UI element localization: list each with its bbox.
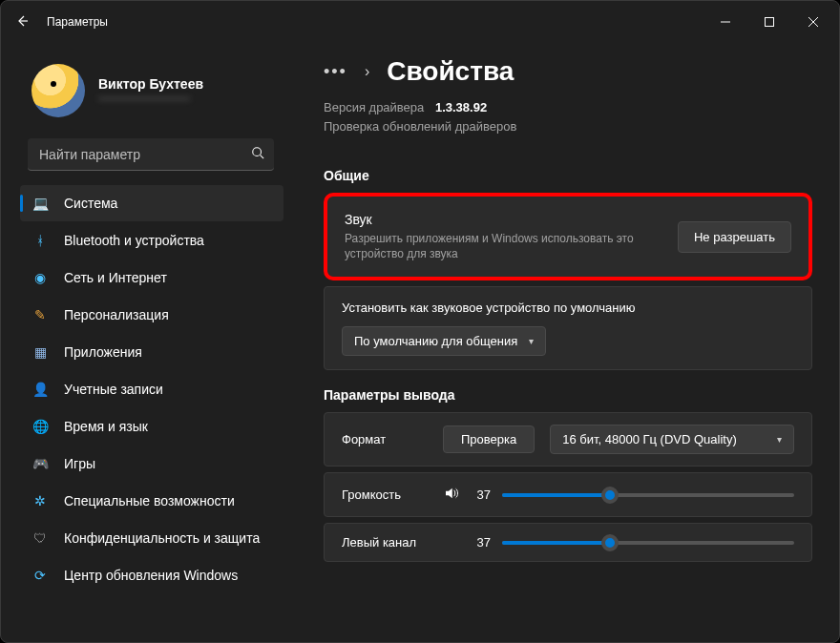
sidebar-item-accounts[interactable]: 👤Учетные записи <box>20 371 284 407</box>
sound-permission-card: Звук Разрешить приложениям и Windows исп… <box>324 193 812 280</box>
profile-block[interactable]: Виктор Бухтеев ———————— <box>7 54 291 135</box>
system-icon: 💻 <box>32 195 49 212</box>
maximize-button[interactable] <box>747 7 791 37</box>
sidebar-item-label: Специальные возможности <box>64 493 235 508</box>
format-select[interactable]: 16 бит, 48000 Гц (DVD Quality) ▾ <box>550 425 794 454</box>
test-button[interactable]: Проверка <box>443 425 535 453</box>
sound-subtitle: Разрешить приложениям и Windows использо… <box>345 231 659 261</box>
accessibility-icon: ✲ <box>32 492 49 509</box>
section-output: Параметры вывода <box>324 387 812 403</box>
sidebar-item-label: Сеть и Интернет <box>64 270 167 285</box>
driver-update-link[interactable]: Проверка обновлений драйверов <box>324 119 516 134</box>
deny-button[interactable]: Не разрешать <box>678 221 791 253</box>
driver-version-value: 1.3.38.92 <box>435 100 487 114</box>
sidebar-item-apps[interactable]: ▦Приложения <box>20 334 284 370</box>
sidebar-item-label: Центр обновления Windows <box>64 568 238 583</box>
sidebar-item-privacy[interactable]: 🛡Конфиденциальность и защита <box>20 520 284 556</box>
sidebar-item-label: Система <box>64 196 117 211</box>
minimize-button[interactable] <box>704 7 747 37</box>
sidebar-item-label: Конфиденциальность и защита <box>64 530 260 546</box>
default-device-select[interactable]: По умолчанию для общения ▾ <box>342 326 546 356</box>
chevron-down-icon: ▾ <box>777 434 782 445</box>
format-row: Формат Проверка 16 бит, 48000 Гц (DVD Qu… <box>324 412 812 467</box>
volume-slider[interactable] <box>502 493 794 497</box>
svg-rect-1 <box>766 18 774 27</box>
svg-point-4 <box>253 148 262 156</box>
sidebar-item-accessibility[interactable]: ✲Специальные возможности <box>20 483 284 519</box>
left-channel-slider[interactable] <box>502 541 794 545</box>
left-channel-label: Левый канал <box>342 535 428 550</box>
time-icon: 🌐 <box>32 418 49 435</box>
page-title: Свойства <box>387 56 514 87</box>
sidebar-item-label: Время и язык <box>64 419 148 434</box>
format-label: Формат <box>342 432 428 446</box>
left-channel-row: Левый канал 37 <box>324 523 812 562</box>
chevron-right-icon: › <box>365 63 369 80</box>
chevron-down-icon: ▾ <box>529 336 534 346</box>
sidebar-item-personalization[interactable]: ✎Персонализация <box>20 297 284 333</box>
sound-title: Звук <box>345 212 659 227</box>
search-input[interactable] <box>37 146 251 163</box>
svg-line-5 <box>261 156 264 159</box>
sidebar-item-system[interactable]: 💻Система <box>20 185 284 221</box>
volume-label: Громкость <box>342 487 428 502</box>
profile-name: Виктор Бухтеев <box>98 76 203 92</box>
sidebar-item-network[interactable]: ◉Сеть и Интернет <box>20 259 284 296</box>
format-value: 16 бит, 48000 Гц (DVD Quality) <box>562 432 737 446</box>
sidebar-item-gaming[interactable]: 🎮Игры <box>20 446 284 482</box>
avatar <box>32 64 85 117</box>
window-title: Параметры <box>47 15 108 29</box>
gaming-icon: 🎮 <box>32 455 49 472</box>
sidebar-item-time[interactable]: 🌐Время и язык <box>20 408 284 445</box>
sidebar-item-label: Приложения <box>64 344 142 360</box>
search-box[interactable] <box>28 138 274 171</box>
privacy-icon: 🛡 <box>32 529 49 547</box>
speaker-icon[interactable] <box>443 485 460 505</box>
sidebar-item-label: Персонализация <box>64 307 169 322</box>
driver-version-label: Версия драйвера <box>324 100 424 114</box>
close-button[interactable] <box>791 7 835 37</box>
sidebar-item-label: Игры <box>64 456 95 471</box>
volume-value: 37 <box>472 487 491 502</box>
default-device-label: Установить как звуковое устройство по ум… <box>342 301 794 315</box>
bluetooth-icon: ᚼ <box>32 232 49 249</box>
update-icon: ⟳ <box>32 567 49 584</box>
back-button[interactable] <box>14 13 30 31</box>
search-icon <box>251 146 264 162</box>
sidebar-item-bluetooth[interactable]: ᚼBluetooth и устройства <box>20 222 284 259</box>
section-general: Общие <box>324 168 812 183</box>
breadcrumb-ellipsis[interactable]: ••• <box>324 62 347 82</box>
left-channel-value: 37 <box>472 535 491 550</box>
default-device-card: Установить как звуковое устройство по ум… <box>324 286 812 370</box>
accounts-icon: 👤 <box>32 381 49 398</box>
sidebar-item-label: Учетные записи <box>64 382 163 397</box>
personalization-icon: ✎ <box>32 306 49 323</box>
sidebar-item-update[interactable]: ⟳Центр обновления Windows <box>20 557 284 593</box>
apps-icon: ▦ <box>32 343 49 361</box>
default-device-value: По умолчанию для общения <box>354 334 517 348</box>
profile-email: ———————— <box>98 92 203 105</box>
sidebar-item-label: Bluetooth и устройства <box>64 233 204 248</box>
volume-row: Громкость 37 <box>324 472 812 517</box>
network-icon: ◉ <box>32 269 49 286</box>
